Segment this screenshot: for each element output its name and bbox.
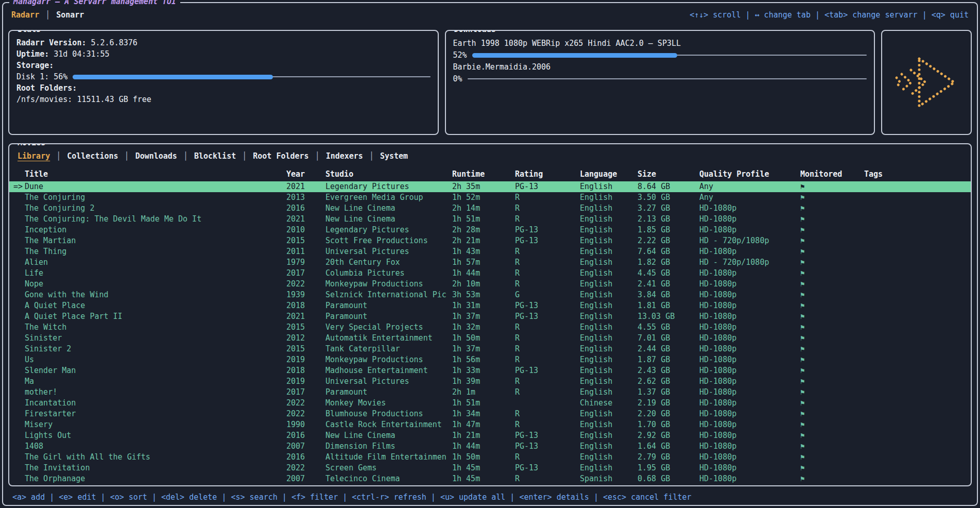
cell-quality_profile: HD-1080p [699, 279, 800, 290]
cell-rating: R [515, 203, 580, 214]
table-row[interactable]: A Quiet Place2018Paramount1h 31mPG-13Eng… [9, 300, 971, 311]
cell-studio: New Line Cinema [325, 430, 452, 441]
cell-size: 2.44 GB [638, 344, 699, 354]
table-row[interactable]: The Conjuring 22016New Line Cinema2h 14m… [9, 203, 971, 214]
table-row[interactable]: The Invitation2022Screen Gems1h 45mPG-13… [9, 463, 971, 473]
cell-runtime: 1h 32m [452, 322, 515, 333]
cell-language: English [580, 192, 638, 203]
table-row[interactable]: Sinister 22015Tank Caterpillar1h 37mREng… [9, 344, 971, 354]
cell-title: Ma [25, 376, 286, 387]
table-row[interactable]: The Conjuring2013Evergreen Media Group1h… [9, 192, 971, 203]
servarr-tab-sonarr[interactable]: Sonarr [56, 10, 84, 20]
tab-downloads[interactable]: Downloads [135, 151, 177, 161]
stats-panel: Stats Radarr Version: 5.2.6.8376 Uptime:… [8, 30, 439, 135]
cell-runtime: 1h 50m [452, 452, 515, 463]
table-row[interactable]: Slender Man2018Madhouse Entertainment1h … [9, 365, 971, 376]
cell-year: 2015 [286, 344, 325, 354]
keybind-key: <esc> [603, 493, 626, 502]
cell-runtime: 2h 28m [452, 225, 515, 235]
cell-rating: R [515, 214, 580, 225]
servarr-tab-radarr[interactable]: Radarr [11, 10, 39, 20]
cell-title: The Conjuring [25, 192, 286, 203]
hint-separator: | [589, 493, 603, 502]
table-row[interactable]: Life2017Columbia Pictures1h 44mREnglish4… [9, 268, 971, 279]
cell-quality_profile: HD-1080p [699, 365, 800, 376]
keybind-key: <del> [161, 493, 184, 502]
cell-size: 1.95 GB [638, 463, 699, 473]
table-row[interactable]: Ma2019Universal Pictures1h 39mREnglish2.… [9, 376, 971, 387]
keybind-hint: <↑↓> scroll [690, 10, 741, 20]
cell-studio: Blumhouse Productions [325, 409, 452, 419]
cell-title: Nope [25, 279, 286, 290]
tab-root-folders[interactable]: Root Folders [253, 151, 308, 161]
cell-year: 2022 [286, 398, 325, 409]
cell-title: Gone with the Wind [25, 290, 286, 300]
tab-separator-icon: │ [183, 151, 188, 161]
table-row[interactable]: Firestarter2022Blumhouse Productions1h 3… [9, 409, 971, 419]
table-row[interactable]: Gone with the Wind1939Selznick Internati… [9, 290, 971, 300]
table-row[interactable]: Alien197920th Century Fox1h 57mREnglish1… [9, 257, 971, 268]
cell-title: A Quiet Place [25, 300, 286, 311]
root-folder-value: /nfs/movies: 11511.43 GB free [16, 94, 431, 105]
cell-title: Alien [25, 257, 286, 268]
hint-separator: | [918, 10, 932, 20]
cell-title: Firestarter [25, 409, 286, 419]
table-row[interactable]: The Girl with All the Gifts2016Altitude … [9, 452, 971, 463]
cell-year: 2015 [286, 235, 325, 246]
cell-rating: R [515, 419, 580, 430]
tab-collections[interactable]: Collections [67, 151, 118, 161]
cell-rating: PG-13 [515, 463, 580, 473]
cell-language: English [580, 409, 638, 419]
table-row[interactable]: Incantation2022Monkey Movies1h 51mChines… [9, 398, 971, 409]
tab-indexers[interactable]: Indexers [326, 151, 363, 161]
tab-separator-icon: │ [315, 151, 320, 161]
table-row[interactable]: Misery1990Castle Rock Entertainment1h 47… [9, 419, 971, 430]
cell-title: mother! [25, 387, 286, 398]
cell-language: English [580, 290, 638, 300]
cell-year: 1990 [286, 419, 325, 430]
table-row[interactable]: Nope2022Monkeypaw Productions2h 10mREngl… [9, 279, 971, 290]
cell-rating: R [515, 473, 580, 483]
table-row[interactable]: 14082007Dimension Films1h 44mPG-13Englis… [9, 441, 971, 452]
cell-year: 2022 [286, 409, 325, 419]
servarr-tabs: Radarr│Sonarr [11, 10, 84, 20]
cell-monitored: ⚑ [800, 333, 864, 344]
cell-quality_profile: HD-1080p [699, 387, 800, 398]
keybind-hint: <s> search [231, 493, 277, 502]
cell-title: The Girl with All the Gifts [25, 452, 286, 463]
cell-title: Sinister 2 [25, 344, 286, 354]
table-row[interactable]: The Martian2015Scott Free Productions2h … [9, 235, 971, 246]
table-row[interactable]: =>Dune2021Legendary Pictures2h 35mPG-13E… [9, 181, 971, 192]
tab-library[interactable]: Library [18, 151, 50, 161]
cell-size: 4.55 GB [638, 322, 699, 333]
table-row[interactable]: The Thing2011Universal Pictures1h 43mREn… [9, 246, 971, 257]
cell-year: 2016 [286, 203, 325, 214]
cell-studio: Legendary Pictures [325, 225, 452, 235]
table-row[interactable]: Sinister2012Automatik Entertainment1h 50… [9, 333, 971, 344]
progress-track [468, 78, 867, 79]
cell-runtime: 1h 56m [452, 354, 515, 365]
tab-blocklist[interactable]: Blocklist [194, 151, 236, 161]
hint-separator: | [147, 493, 161, 502]
table-row[interactable]: Inception2010Legendary Pictures2h 28mPG-… [9, 225, 971, 235]
table-row[interactable]: The Orphanage2007Telecinco Cinema1h 45mR… [9, 473, 971, 483]
cell-language: English [580, 257, 638, 268]
table-row[interactable]: Lights Out2016New Line Cinema1h 21mPG-13… [9, 430, 971, 441]
tab-system[interactable]: System [380, 151, 408, 161]
column-header: Size [638, 169, 699, 180]
table-row[interactable]: The Conjuring: The Devil Made Me Do It20… [9, 214, 971, 225]
cell-monitored: ⚑ [800, 398, 864, 409]
table-row[interactable]: Us2019Monkeypaw Productions1h 56mREnglis… [9, 354, 971, 365]
cell-studio: Scott Free Productions [325, 235, 452, 246]
cell-monitored: ⚑ [800, 246, 864, 257]
keybind-key: ↔ [755, 10, 760, 20]
table-row[interactable]: mother!2017Paramount2h 1mREnglish1.37 GB… [9, 387, 971, 398]
cell-runtime: 2h 14m [452, 203, 515, 214]
table-row[interactable]: The Witch2015Very Special Projects1h 32m… [9, 322, 971, 333]
cell-monitored: ⚑ [800, 387, 864, 398]
hint-separator: | [338, 493, 352, 502]
movies-panel-title: Movies [14, 143, 48, 147]
cell-size: 1.85 GB [638, 225, 699, 235]
version-value: 5.2.6.8376 [91, 38, 137, 47]
table-row[interactable]: A Quiet Place Part II2021Paramount1h 37m… [9, 311, 971, 322]
